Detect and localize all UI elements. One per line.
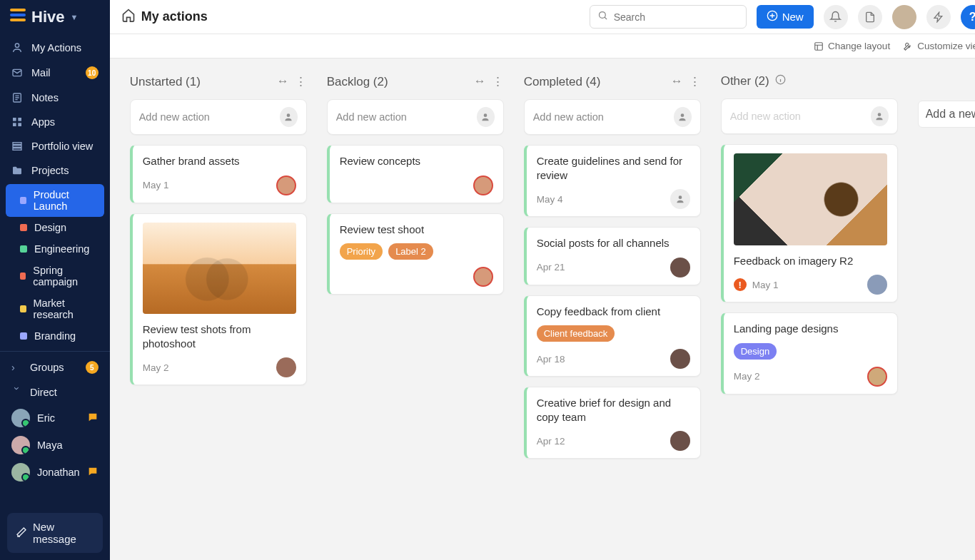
assignee-placeholder-icon[interactable] <box>477 107 495 127</box>
nav-item[interactable]: Projects <box>0 158 110 183</box>
assignee-placeholder-icon[interactable] <box>280 107 298 127</box>
nav-icon <box>11 42 23 54</box>
dm-avatar <box>11 463 30 482</box>
action-card[interactable]: Copy feedback from clientClient feedback… <box>524 295 701 377</box>
dm-row[interactable]: Eric <box>0 404 110 432</box>
main-nav: My Actions Mail10 Notes Apps Portfolio v… <box>0 36 110 183</box>
nav-badge: 10 <box>86 66 98 79</box>
card-image <box>143 223 296 315</box>
svg-point-21 <box>878 113 881 116</box>
new-message-button[interactable]: New message <box>7 513 103 553</box>
notifications-button[interactable] <box>824 5 848 29</box>
column-resize-icon[interactable]: ↔ <box>474 74 486 89</box>
action-card[interactable]: Review test shots from photoshootMay 2 <box>130 213 307 386</box>
nav-item[interactable]: Apps <box>0 110 110 134</box>
action-card[interactable]: Social posts for all channelsApr 21 <box>524 227 701 285</box>
nav-label: Apps <box>31 116 55 128</box>
files-button[interactable] <box>858 5 882 29</box>
nav-item[interactable]: Notes <box>0 86 110 110</box>
tag-pill[interactable]: Label 2 <box>388 243 433 260</box>
brand-switcher[interactable]: Hive ▼ <box>0 0 110 31</box>
column-header: Other (2) <box>721 74 898 88</box>
user-avatar[interactable] <box>892 5 916 29</box>
nav-item[interactable]: Portfolio view <box>0 134 110 158</box>
column-resize-icon[interactable]: ↔ <box>277 74 289 89</box>
assignee-avatar[interactable] <box>670 258 690 278</box>
add-action-input[interactable] <box>336 111 471 123</box>
project-item[interactable]: Market research <box>6 292 104 325</box>
assignee-avatar[interactable] <box>867 275 887 295</box>
add-action-row[interactable] <box>524 99 701 135</box>
column-menu-icon[interactable]: ⋮ <box>295 74 307 89</box>
groups-toggle[interactable]: › Groups 5 <box>0 355 110 380</box>
assignee-avatar[interactable] <box>867 367 887 387</box>
activity-button[interactable] <box>926 5 951 29</box>
project-item[interactable]: Spring campaign <box>6 260 104 292</box>
assignee-placeholder-icon[interactable] <box>674 107 692 127</box>
column-menu-icon[interactable]: ⋮ <box>689 74 701 89</box>
card-title: Creative brief for design and copy team <box>537 396 690 424</box>
action-card[interactable]: Gather brand assetsMay 1 <box>130 145 307 203</box>
assignee-avatar[interactable] <box>276 357 296 377</box>
search-input[interactable] <box>614 11 739 23</box>
new-message-label: New message <box>33 521 94 545</box>
topbar: My actions New ? <box>110 0 975 34</box>
action-card[interactable]: Review test shootPriorityLabel 2 <box>327 213 504 295</box>
tag-pill[interactable]: Client feedback <box>537 325 615 342</box>
column-title: Unstarted (1) <box>130 75 201 89</box>
nav-label: Portfolio view <box>31 141 93 152</box>
view-controls: Change layout Customize view <box>110 34 975 58</box>
assignee-avatar[interactable] <box>473 175 493 195</box>
dm-avatar <box>11 409 30 427</box>
bell-icon <box>829 11 842 23</box>
add-action-row[interactable] <box>327 99 504 135</box>
column-resize-icon[interactable]: ↔ <box>671 74 683 89</box>
nav-item[interactable]: My Actions <box>0 36 110 60</box>
card-title: Review concepts <box>340 154 493 168</box>
column-menu-icon[interactable]: ⋮ <box>492 74 504 89</box>
svg-rect-2 <box>10 19 26 21</box>
action-card[interactable]: Create guidelines and send for reviewMay… <box>524 145 701 217</box>
add-action-row <box>721 98 898 134</box>
help-button[interactable]: ? <box>961 5 975 29</box>
project-item[interactable]: Branding <box>6 325 104 347</box>
assignee-placeholder-icon[interactable] <box>670 189 690 209</box>
change-layout-button[interactable]: Change layout <box>814 41 890 51</box>
new-button[interactable]: New <box>757 5 814 29</box>
nav-item[interactable]: Mail10 <box>0 60 110 86</box>
action-card[interactable]: Landing page designsDesignMay 2 <box>721 312 898 394</box>
project-color-dot <box>20 332 27 340</box>
card-footer <box>340 175 493 195</box>
direct-toggle[interactable]: › Direct <box>0 380 110 404</box>
project-item[interactable]: Product Launch <box>6 184 104 217</box>
action-card[interactable]: Feedback on imagery R2!May 1 <box>721 144 898 302</box>
assignee-avatar[interactable] <box>670 431 690 451</box>
compose-icon <box>16 526 27 540</box>
assignee-avatar[interactable] <box>670 349 690 369</box>
dm-row[interactable]: Jonathan <box>0 459 110 486</box>
action-card[interactable]: Review concepts <box>327 145 504 203</box>
project-item[interactable]: Engineering <box>6 238 104 260</box>
search-box[interactable] <box>590 5 747 29</box>
info-icon[interactable] <box>775 74 786 88</box>
project-color-dot <box>20 197 26 204</box>
project-item[interactable]: Design <box>6 217 104 238</box>
add-action-input[interactable] <box>533 111 668 123</box>
card-date: May 2 <box>734 371 760 382</box>
card-date: Apr 21 <box>537 262 565 273</box>
assignee-avatar[interactable] <box>473 267 493 287</box>
help-icon: ? <box>969 11 975 24</box>
add-column-button[interactable]: Add a new <box>918 101 975 128</box>
project-label: Branding <box>34 330 76 342</box>
action-card[interactable]: Creative brief for design and copy teamA… <box>524 387 701 459</box>
add-action-input[interactable] <box>139 111 274 123</box>
add-action-row[interactable] <box>130 99 307 135</box>
dm-name: Jonathan <box>37 467 80 478</box>
dm-row[interactable]: Maya <box>0 432 110 459</box>
card-footer: May 2 <box>143 357 296 377</box>
nav-icon <box>11 92 23 103</box>
tag-pill[interactable]: Design <box>734 343 777 360</box>
assignee-avatar[interactable] <box>276 175 296 195</box>
tag-pill[interactable]: Priority <box>340 243 383 260</box>
customize-view-button[interactable]: Customize view <box>903 41 975 51</box>
